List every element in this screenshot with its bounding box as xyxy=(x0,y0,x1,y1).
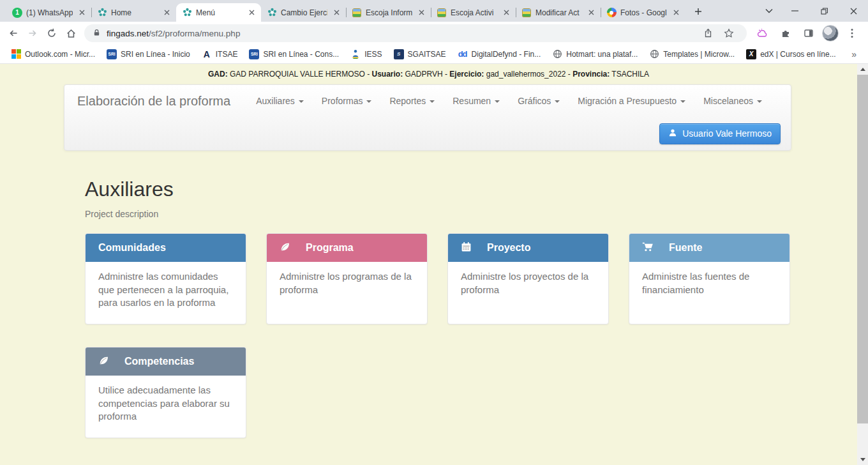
scroll-down-icon[interactable] xyxy=(857,454,868,465)
tab-escoja-informacion[interactable]: Escoja Inform xyxy=(346,3,431,22)
fingads-icon xyxy=(182,8,192,18)
tab-menu-active[interactable]: Menú xyxy=(176,3,261,22)
bookmark-outlook[interactable]: Outlook.com - Micr... xyxy=(6,47,100,61)
side-panel-icon[interactable] xyxy=(799,24,818,43)
tab-modificar-actividad[interactable]: Modificar Act xyxy=(516,3,601,22)
close-window-button[interactable] xyxy=(839,0,868,22)
kebab-menu-icon[interactable] xyxy=(842,24,862,43)
nav-migracion[interactable]: Migración a Presupuesto xyxy=(569,96,694,106)
tab-cambio-ejercicio[interactable]: Cambio Ejerci xyxy=(261,3,346,22)
extensions-puzzle-icon[interactable] xyxy=(776,24,795,43)
close-icon[interactable] xyxy=(331,8,341,18)
nav-auxiliares[interactable]: Auxiliares xyxy=(247,96,313,106)
caret-down-icon xyxy=(757,100,762,103)
bookmarks-overflow-chevron[interactable]: » xyxy=(846,49,862,59)
card-comunidades: Comunidades Administre las comunidades q… xyxy=(85,233,246,324)
home-icon[interactable] xyxy=(61,24,80,43)
card-description: Administre los proyectos de la proforma xyxy=(448,262,608,307)
bookmark-star-icon[interactable] xyxy=(719,24,738,43)
nav-graficos[interactable]: Gráficos xyxy=(509,96,569,106)
close-icon[interactable] xyxy=(501,8,511,18)
bookmark-sgaitsae[interactable]: SSGAITSAE xyxy=(389,47,451,61)
nav-resumen[interactable]: Resumen xyxy=(444,96,509,106)
tab-escoja-actividad[interactable]: Escoja Activi xyxy=(431,3,516,22)
address-bar[interactable]: fingads.net/sf2/proforma/menu.php xyxy=(84,24,747,42)
scroll-up-icon[interactable] xyxy=(857,64,868,75)
close-icon[interactable] xyxy=(671,8,681,18)
lock-icon xyxy=(93,28,101,39)
tab-whatsapp[interactable]: 1 (1) WhatsApp xyxy=(6,3,91,22)
page-scrollbar[interactable] xyxy=(857,64,868,465)
bookmark-sri-inicio[interactable]: SRISRI en Línea - Inicio xyxy=(102,47,195,61)
scrollbar-thumb[interactable] xyxy=(857,75,868,423)
card-description: Administre los programas de la proforma xyxy=(267,262,427,307)
bookmark-sri-consultas[interactable]: SRISRI en Línea - Cons... xyxy=(244,47,343,61)
bookmark-hotmart[interactable]: Hotmart: una plataf... xyxy=(548,47,642,61)
fingads-icon xyxy=(97,8,107,18)
card-competencias: Competencias Utilice adecuadamente las c… xyxy=(85,347,246,438)
reload-icon[interactable] xyxy=(42,24,61,43)
close-icon[interactable] xyxy=(161,8,172,18)
web-page: GAD: GAD PARROQUIAL VALLE HERMOSO - Usua… xyxy=(0,64,868,465)
bookmarks-bar: Outlook.com - Micr... SRISRI en Línea - … xyxy=(0,45,868,64)
card-competencias-header[interactable]: Competencias xyxy=(86,347,246,376)
new-tab-button[interactable] xyxy=(689,3,707,20)
caret-down-icon xyxy=(555,100,560,103)
main-content: Auxiliares Project description Comunidad… xyxy=(85,178,792,438)
browser-toolbar: fingads.net/sf2/proforma/menu.php xyxy=(0,22,868,45)
card-fuente-header[interactable]: Fuente xyxy=(629,234,789,262)
fingads-icon xyxy=(267,8,277,18)
card-proyecto-header[interactable]: Proyecto xyxy=(448,234,608,262)
globe-icon xyxy=(649,49,659,59)
page-subtitle: Project description xyxy=(85,209,792,219)
user-button[interactable]: Usuario Vale Hermoso xyxy=(659,123,781,144)
close-icon[interactable] xyxy=(416,8,426,18)
card-programa: Programa Administre los programas de la … xyxy=(266,233,428,324)
edx-icon: X xyxy=(746,49,756,59)
person-icon xyxy=(668,128,677,139)
card-comunidades-header[interactable]: Comunidades xyxy=(86,234,246,262)
bookmark-itsae[interactable]: AITSAE xyxy=(197,47,243,61)
card-description: Administre las comunidades que pertenece… xyxy=(86,262,246,320)
sgaitsae-icon: S xyxy=(394,49,404,59)
tab-search-chevron-icon[interactable] xyxy=(758,0,780,22)
bookmark-iess[interactable]: IESS xyxy=(346,47,386,61)
cards-grid: Comunidades Administre las comunidades q… xyxy=(85,233,792,438)
nav-proformas[interactable]: Proformas xyxy=(313,96,381,106)
gad-seal-icon xyxy=(437,8,447,18)
tab-google-fotos[interactable]: Fotos - Googl xyxy=(601,3,685,22)
card-fuente: Fuente Administre las fuentes de financi… xyxy=(629,233,790,324)
close-icon[interactable] xyxy=(246,8,257,18)
nav-miscelaneos[interactable]: Miscelaneos xyxy=(694,96,771,106)
tab-home[interactable]: Home xyxy=(91,3,176,22)
google-photos-icon xyxy=(606,8,617,18)
itsae-icon: A xyxy=(202,49,212,59)
url-text: fingads.net/sf2/proforma/menu.php xyxy=(107,29,240,38)
minimize-button[interactable] xyxy=(780,0,809,22)
bookmark-edx[interactable]: XedX | Cursos en líne... xyxy=(742,47,841,61)
bookmark-digitaldefynd[interactable]: ddDigitalDefynd - Fin... xyxy=(453,47,546,61)
back-icon[interactable] xyxy=(4,24,23,43)
profile-avatar[interactable] xyxy=(822,25,839,42)
page-title: Auxiliares xyxy=(85,178,792,201)
leaf-icon xyxy=(98,355,109,369)
caret-down-icon xyxy=(366,100,371,103)
tab-strip: 1 (1) WhatsApp Home Menú Cambio Ejerci E… xyxy=(0,0,868,22)
weather-extension-icon[interactable] xyxy=(753,24,772,43)
leaf-icon xyxy=(280,241,290,255)
digitaldefynd-icon: dd xyxy=(458,49,468,59)
restore-button[interactable] xyxy=(809,0,839,22)
share-icon[interactable] xyxy=(699,24,718,43)
card-programa-header[interactable]: Programa xyxy=(267,234,427,262)
microsoft-icon xyxy=(11,49,21,59)
forward-icon[interactable] xyxy=(23,24,42,43)
caret-down-icon xyxy=(299,100,304,103)
nav-reportes[interactable]: Reportes xyxy=(380,96,444,106)
toolbar-extensions xyxy=(751,24,864,43)
navbar-brand[interactable]: Elaboración de la proforma xyxy=(77,94,230,109)
bookmark-templates[interactable]: Templates | Microw... xyxy=(645,47,739,61)
sri-icon: SRI xyxy=(249,49,259,59)
close-icon[interactable] xyxy=(77,8,87,18)
close-icon[interactable] xyxy=(586,8,596,18)
caret-down-icon xyxy=(495,100,500,103)
